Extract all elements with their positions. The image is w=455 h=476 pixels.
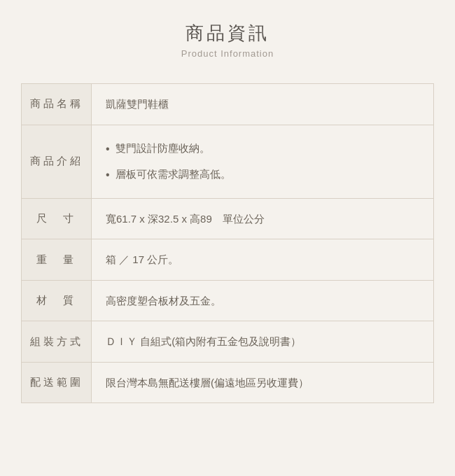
bullet-text: 雙門設計防塵收納。 — [115, 139, 210, 158]
page-title-sub: Product Information — [21, 48, 434, 59]
label-cell-product-size: 尺 寸 — [22, 199, 92, 239]
value-cell-product-name: 凱薩雙門鞋櫃 — [92, 84, 433, 125]
bullet-item: •雙門設計防塵收納。 — [106, 139, 210, 158]
label-cell-product-weight: 重 量 — [22, 239, 92, 280]
product-info-container: 商品資訊 Product Information 商品名稱凱薩雙門鞋櫃商品介紹•… — [21, 14, 434, 403]
bullet-text: 層板可依需求調整高低。 — [115, 165, 231, 183]
bullet-dot-icon: • — [106, 139, 110, 158]
info-row-product-name: 商品名稱凱薩雙門鞋櫃 — [22, 84, 433, 125]
info-row-product-material: 材 質高密度塑合板材及五金。 — [22, 281, 433, 322]
label-cell-product-material: 材 質 — [22, 281, 92, 321]
value-cell-product-assembly: ＤＩＹ 自組式(箱內附有五金包及說明書） — [92, 321, 433, 362]
info-row-product-description: 商品介紹•雙門設計防塵收納。•層板可依需求調整高低。 — [22, 125, 433, 199]
label-cell-product-description: 商品介紹 — [22, 125, 92, 198]
label-cell-product-delivery: 配送範圍 — [22, 363, 92, 403]
info-row-product-size: 尺 寸寬61.7 x 深32.5 x 高89 單位公分 — [22, 199, 433, 240]
value-cell-product-material: 高密度塑合板材及五金。 — [92, 281, 433, 321]
value-cell-product-description: •雙門設計防塵收納。•層板可依需求調整高低。 — [92, 125, 433, 198]
info-row-product-weight: 重 量箱 ／ 17 公斤。 — [22, 239, 433, 281]
page-title-main: 商品資訊 — [21, 21, 434, 46]
label-cell-product-assembly: 組裝方式 — [22, 321, 92, 362]
bullet-dot-icon: • — [106, 165, 110, 184]
value-cell-product-weight: 箱 ／ 17 公斤。 — [92, 239, 433, 280]
page-header: 商品資訊 Product Information — [21, 14, 434, 69]
info-row-product-delivery: 配送範圍限台灣本島無配送樓層(偏遠地區另收運費） — [22, 363, 433, 403]
info-row-product-assembly: 組裝方式ＤＩＹ 自組式(箱內附有五金包及說明書） — [22, 321, 433, 363]
bullet-item: •層板可依需求調整高低。 — [106, 165, 231, 184]
value-cell-product-size: 寬61.7 x 深32.5 x 高89 單位公分 — [92, 199, 433, 239]
value-cell-product-delivery: 限台灣本島無配送樓層(偏遠地區另收運費） — [92, 363, 433, 403]
info-table: 商品名稱凱薩雙門鞋櫃商品介紹•雙門設計防塵收納。•層板可依需求調整高低。尺 寸寬… — [21, 83, 434, 403]
label-cell-product-name: 商品名稱 — [22, 84, 92, 125]
